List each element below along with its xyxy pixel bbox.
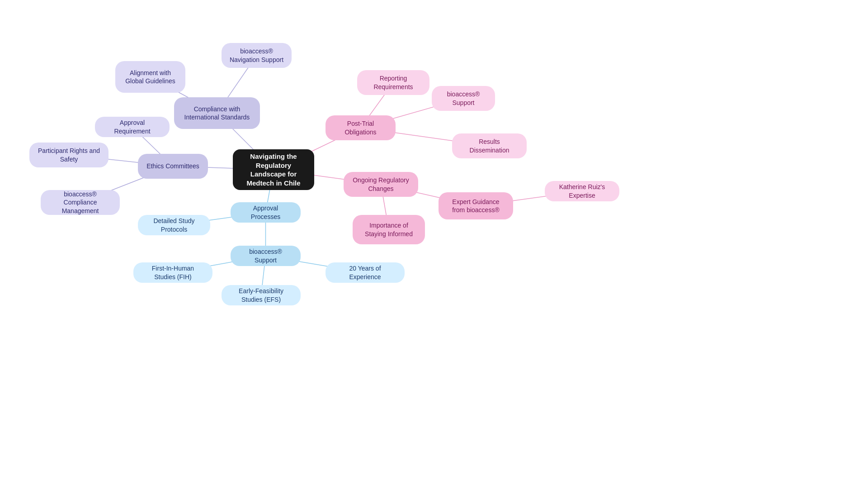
node-importance[interactable]: Importance of Staying Informed	[353, 215, 425, 244]
node-approval-req[interactable]: Approval Requirement	[95, 117, 170, 137]
node-expert[interactable]: Expert Guidance from bioaccess®	[439, 192, 513, 219]
node-participant[interactable]: Participant Rights and Safety	[29, 143, 108, 167]
node-katherine[interactable]: Katherine Ruiz's Expertise	[545, 181, 619, 201]
node-reporting[interactable]: Reporting Requirements	[357, 70, 429, 95]
node-bioaccess-support-pink[interactable]: bioaccess® Support	[432, 86, 495, 111]
node-compliance[interactable]: Compliance with International Standards	[174, 97, 260, 129]
node-fih[interactable]: First-In-Human Studies (FIH)	[133, 262, 212, 283]
node-bioaccess-nav[interactable]: bioaccess® Navigation Support	[222, 43, 292, 68]
node-results[interactable]: Results Dissemination	[452, 133, 527, 158]
node-detailed[interactable]: Detailed Study Protocols	[138, 215, 210, 235]
node-post-trial[interactable]: Post-Trial Obligations	[326, 115, 396, 140]
node-alignment[interactable]: Alignment with Global Guidelines	[115, 61, 185, 93]
node-ethics[interactable]: Ethics Committees	[138, 154, 208, 179]
node-approval-proc[interactable]: Approval Processes	[231, 202, 301, 223]
mindmap-container: Navigating the Regulatory Landscape for …	[0, 0, 868, 490]
node-twenty-years[interactable]: 20 Years of Experience	[326, 262, 405, 283]
node-efs[interactable]: Early-Feasibility Studies (EFS)	[222, 285, 301, 305]
node-bioaccess-support-blue[interactable]: bioaccess® Support	[231, 246, 301, 266]
node-bioaccess-compliance[interactable]: bioaccess® Compliance Management	[41, 190, 120, 215]
center-node[interactable]: Navigating the Regulatory Landscape for …	[233, 149, 314, 190]
node-ongoing[interactable]: Ongoing Regulatory Changes	[344, 172, 418, 197]
